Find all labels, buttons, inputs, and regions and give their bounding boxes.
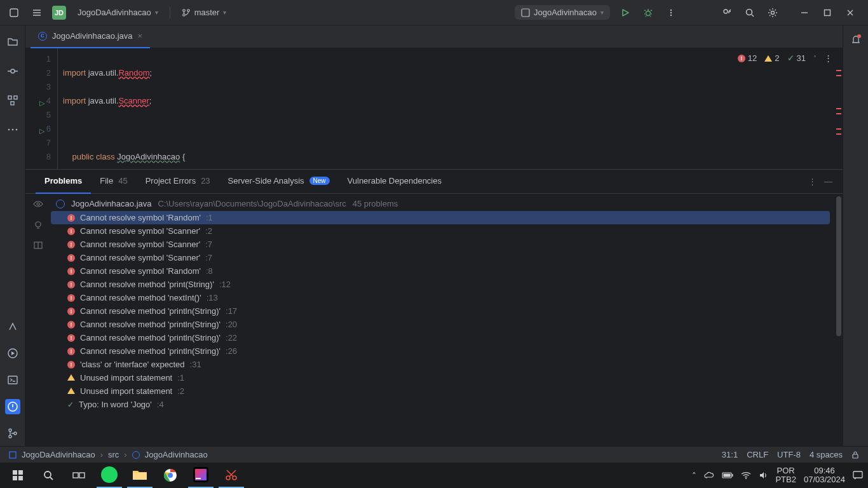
readonly-lock-icon[interactable]	[851, 451, 859, 459]
problem-item[interactable]: !Cannot resolve symbol 'Scanner':7	[51, 238, 830, 251]
problem-item[interactable]: !Cannot resolve symbol 'Random':1	[51, 211, 830, 224]
explorer-taskbar-icon[interactable]	[127, 463, 153, 488]
task-view-button[interactable]	[66, 463, 92, 488]
problem-item[interactable]: !Cannot resolve symbol 'Scanner':7	[51, 251, 830, 264]
indent-config[interactable]: 4 spaces	[810, 450, 843, 459]
eye-icon[interactable]	[33, 199, 43, 209]
volume-icon[interactable]	[759, 471, 768, 480]
error-stripe[interactable]	[835, 48, 843, 169]
debug-button[interactable]	[641, 5, 656, 20]
close-button[interactable]	[839, 4, 862, 22]
svg-point-18	[11, 129, 13, 131]
module-icon	[9, 451, 17, 459]
tab-problems[interactable]: Problems	[36, 170, 91, 194]
problem-item[interactable]: !Cannot resolve symbol 'Random':8	[51, 264, 830, 278]
run-config-selector[interactable]: JogoAdivinhacao ▾	[515, 5, 610, 20]
inspections-widget[interactable]: !12 2 ✓31 ˄ ⋮	[738, 53, 832, 63]
problems-list[interactable]: JogoAdivinhacao.java C:\Users\rayan\Docu…	[51, 194, 835, 446]
svg-point-13	[11, 69, 15, 73]
svg-rect-14	[8, 96, 11, 99]
tab-file[interactable]: File45	[91, 170, 136, 194]
chevron-up-icon[interactable]: ˄	[813, 55, 817, 62]
project-badge: JD	[52, 6, 66, 20]
panel-minimize-icon[interactable]: —	[824, 177, 832, 186]
code-area[interactable]: import java.util.Random; import java.uti…	[57, 48, 843, 169]
search-button[interactable]	[36, 463, 61, 488]
vcs-branch-selector[interactable]: master ▾	[178, 5, 231, 20]
notifications-icon[interactable]	[851, 34, 861, 44]
tab-close-icon[interactable]: ×	[137, 31, 142, 41]
settings-icon[interactable]	[765, 5, 780, 20]
editor[interactable]: 1234▷56▷78 import java.util.Random; impo…	[25, 48, 843, 169]
file-encoding[interactable]: UTF-8	[777, 450, 801, 459]
commit-tool-icon[interactable]	[5, 64, 20, 79]
more-tools-icon[interactable]	[5, 122, 20, 137]
hamburger-icon[interactable]	[29, 5, 44, 20]
svg-point-3	[187, 9, 189, 11]
panel-options-icon[interactable]: ⋮	[808, 177, 817, 186]
problem-item[interactable]: Unused import statement:1	[51, 371, 830, 384]
problem-location: :4	[157, 400, 164, 409]
problems-file-header[interactable]: JogoAdivinhacao.java C:\Users\rayan\Docu…	[51, 196, 830, 211]
onedrive-icon[interactable]	[704, 471, 714, 479]
caret-position[interactable]: 31:1	[722, 450, 738, 459]
start-button[interactable]	[5, 463, 31, 488]
build-tool-icon[interactable]	[5, 319, 20, 334]
tab-vulnerable-deps[interactable]: Vulnerable Dependencies	[339, 170, 451, 194]
layout-icon[interactable]	[34, 241, 43, 250]
spotify-taskbar-icon[interactable]	[97, 463, 122, 488]
svg-point-27	[36, 222, 41, 227]
chrome-taskbar-icon[interactable]	[158, 463, 183, 488]
problem-item[interactable]: !Cannot resolve method 'nextInt()':13	[51, 291, 830, 304]
breadcrumb[interactable]: JogoDaAdivinhacao › src › JogoAdivinhaca…	[9, 450, 208, 459]
action-center-icon[interactable]	[853, 471, 863, 480]
problems-tool-icon[interactable]	[5, 399, 20, 414]
error-icon: !	[67, 308, 75, 315]
run-button[interactable]	[618, 5, 633, 20]
tray-language[interactable]: PORPTB2	[775, 466, 796, 484]
problem-item[interactable]: !Cannot resolve method 'println(String)'…	[51, 304, 830, 318]
problem-item[interactable]: !Cannot resolve symbol 'Scanner':2	[51, 224, 830, 238]
search-icon[interactable]	[742, 5, 757, 20]
warning-icon	[764, 55, 772, 62]
error-icon: !	[67, 214, 75, 222]
problem-message: Cannot resolve symbol 'Random'	[80, 266, 201, 276]
problem-item[interactable]: !'class' or 'interface' expected:31	[51, 358, 830, 371]
tray-clock[interactable]: 09:4607/03/2024	[804, 466, 845, 484]
problem-item[interactable]: !Cannot resolve method 'println(String)'…	[51, 344, 830, 358]
battery-icon[interactable]	[722, 472, 733, 478]
snip-taskbar-icon[interactable]	[219, 463, 244, 488]
problem-item[interactable]: !Cannot resolve method 'println(String)'…	[51, 331, 830, 344]
main-menu-icon[interactable]	[6, 5, 22, 20]
vcs-tool-icon[interactable]	[5, 426, 20, 441]
project-tool-icon[interactable]	[5, 34, 20, 50]
problem-location: :8	[206, 266, 213, 276]
maximize-button[interactable]	[816, 4, 839, 22]
minimize-button[interactable]	[793, 4, 816, 22]
more-actions-icon[interactable]	[663, 5, 679, 20]
more-icon[interactable]: ⋮	[824, 53, 832, 63]
problem-item[interactable]: Unused import statement:2	[51, 384, 830, 398]
error-icon: !	[67, 321, 75, 329]
tab-project-errors[interactable]: Project Errors23	[137, 170, 219, 194]
problem-item[interactable]: !Cannot resolve method 'println(String)'…	[51, 318, 830, 331]
editor-tab[interactable]: JogoAdivinhacao.java ×	[31, 25, 150, 48]
problems-scrollbar[interactable]	[835, 194, 843, 446]
problem-location: :7	[205, 240, 212, 249]
code-with-me-icon[interactable]	[719, 5, 735, 20]
intellij-taskbar-icon[interactable]	[188, 463, 214, 488]
tray-chevron-icon[interactable]: ˄	[692, 471, 696, 480]
problem-location: :12	[219, 280, 231, 289]
run-tool-icon[interactable]	[5, 346, 20, 361]
structure-tool-icon[interactable]	[5, 93, 20, 108]
line-separator[interactable]: CRLF	[747, 450, 768, 459]
bulb-icon[interactable]	[34, 220, 43, 229]
tab-server-analysis[interactable]: Server-Side AnalysisNew	[219, 170, 339, 194]
problem-item[interactable]: !Cannot resolve method 'print(String)':1…	[51, 278, 830, 291]
problem-item[interactable]: ✓Typo: In word 'Jogo':4	[51, 398, 830, 411]
editor-tabs: JogoAdivinhacao.java ×	[25, 25, 843, 48]
terminal-tool-icon[interactable]	[5, 372, 20, 388]
wifi-icon[interactable]	[741, 471, 751, 479]
left-toolbar	[0, 25, 25, 446]
project-selector[interactable]: JogoDaAdivinhacao ▾	[74, 5, 162, 20]
